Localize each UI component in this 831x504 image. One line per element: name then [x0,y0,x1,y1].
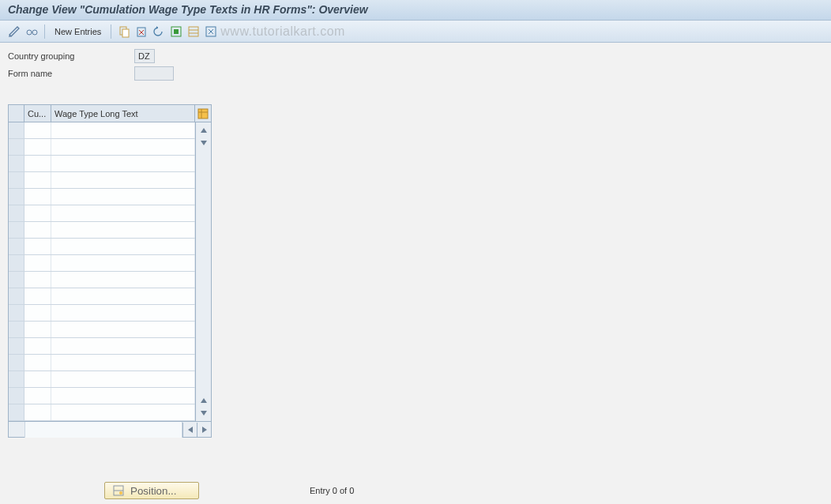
select-all-icon[interactable] [170,25,182,38]
cell-wage-type-long-text[interactable] [51,255,195,271]
delete-icon[interactable] [135,25,148,38]
cell-wage-type-long-text[interactable] [51,139,195,155]
cell-wage-type-long-text[interactable] [51,122,195,138]
cell-cumulation[interactable] [24,288,51,304]
cell-cumulation[interactable] [24,156,51,171]
content-area: Country grouping DZ Form name Cu... Wage… [0,43,831,504]
cell-cumulation[interactable] [24,189,51,205]
cell-cumulation[interactable] [24,371,51,387]
toggle-display-change-icon[interactable] [8,25,21,38]
country-grouping-label: Country grouping [8,51,134,61]
cell-wage-type-long-text[interactable] [51,305,195,321]
table-row [9,338,195,355]
deselect-all-icon[interactable] [205,25,217,38]
scroll-right-button[interactable] [197,423,211,437]
cell-cumulation[interactable] [24,122,51,138]
row-select-button[interactable] [9,139,24,155]
watermark-text: www.tutorialkart.com [220,24,345,39]
row-select-button[interactable] [9,255,24,271]
row-select-button[interactable] [9,222,24,238]
table-row [9,222,195,239]
row-select-button[interactable] [9,122,24,138]
toolbar-separator [44,24,45,39]
row-select-button[interactable] [9,156,24,171]
cell-wage-type-long-text[interactable] [51,338,195,354]
cell-cumulation[interactable] [24,272,51,288]
svg-point-0 [27,30,32,35]
form-name-field[interactable] [134,66,174,81]
column-header-wage-type-long-text[interactable]: Wage Type Long Text [51,105,195,122]
cell-wage-type-long-text[interactable] [51,189,195,205]
cell-wage-type-long-text[interactable] [51,172,195,188]
glasses-details-icon[interactable] [25,25,38,38]
copy-as-icon[interactable] [118,25,130,38]
select-all-rows-button[interactable] [9,105,24,122]
row-select-button[interactable] [9,272,24,288]
row-select-button[interactable] [9,404,24,420]
cell-cumulation[interactable] [24,222,51,238]
row-select-button[interactable] [9,189,24,205]
table-row [9,172,195,189]
cell-wage-type-long-text[interactable] [51,322,195,337]
row-select-button[interactable] [9,388,24,404]
column-header-cumulation[interactable]: Cu... [24,105,51,122]
row-select-button[interactable] [9,355,24,370]
cell-wage-type-long-text[interactable] [51,205,195,221]
cell-cumulation[interactable] [24,172,51,188]
row-select-button[interactable] [9,371,24,387]
cell-cumulation[interactable] [24,205,51,221]
vertical-scrollbar [195,122,211,421]
cell-cumulation[interactable] [24,404,51,420]
svg-point-21 [119,491,122,495]
cell-wage-type-long-text[interactable] [51,272,195,288]
scroll-up-small-button[interactable] [197,394,210,407]
position-icon [113,485,124,496]
position-button[interactable]: Position... [104,482,199,499]
table-row [9,139,195,156]
cell-wage-type-long-text[interactable] [51,404,195,420]
svg-point-1 [32,30,37,35]
table-control: Cu... Wage Type Long Text [8,104,212,438]
cell-wage-type-long-text[interactable] [51,388,195,404]
cell-wage-type-long-text[interactable] [51,156,195,171]
table-row [9,272,195,288]
table-row [9,404,195,421]
cell-wage-type-long-text[interactable] [51,355,195,370]
scroll-down-small-button[interactable] [197,137,210,149]
position-button-label: Position... [130,485,177,497]
country-grouping-field[interactable]: DZ [134,49,155,63]
cell-cumulation[interactable] [24,322,51,337]
row-select-button[interactable] [9,338,24,354]
undo-change-icon[interactable] [152,25,165,38]
row-select-button[interactable] [9,322,24,337]
bottom-bar: Position... Entry 0 of 0 [0,482,831,499]
row-select-button[interactable] [9,288,24,304]
cell-cumulation[interactable] [24,355,51,370]
table-settings-icon[interactable] [195,105,211,122]
cell-cumulation[interactable] [24,338,51,354]
cell-cumulation[interactable] [24,305,51,321]
table-row [9,355,195,371]
svg-rect-16 [198,109,208,118]
cell-wage-type-long-text[interactable] [51,222,195,238]
scroll-down-button[interactable] [197,407,210,419]
horizontal-scrollbar-track[interactable] [24,422,182,438]
cell-wage-type-long-text[interactable] [51,288,195,304]
row-select-button[interactable] [9,172,24,188]
row-select-button[interactable] [9,205,24,221]
cell-cumulation[interactable] [24,388,51,404]
new-entries-button[interactable]: New Entries [51,27,104,36]
cell-cumulation[interactable] [24,255,51,271]
cell-wage-type-long-text[interactable] [51,371,195,387]
country-grouping-row: Country grouping DZ [8,47,823,65]
window-title-text: Change View "Cumulation Wage Type Texts … [8,3,368,16]
row-select-button[interactable] [9,239,24,254]
cell-wage-type-long-text[interactable] [51,239,195,254]
select-block-icon[interactable] [187,25,200,38]
cell-cumulation[interactable] [24,139,51,155]
scroll-up-button[interactable] [197,124,210,137]
cell-cumulation[interactable] [24,239,51,254]
entry-counter-text: Entry 0 of 0 [310,486,354,495]
scroll-left-button[interactable] [182,423,197,437]
row-select-button[interactable] [9,305,24,321]
